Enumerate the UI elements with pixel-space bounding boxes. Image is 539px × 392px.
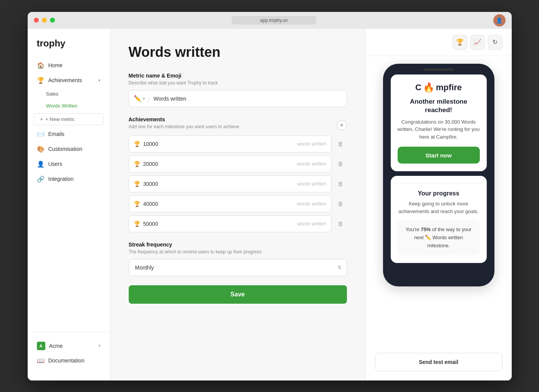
acme-left: A Acme <box>37 342 63 350</box>
delete-achievement-4[interactable]: 🗑 <box>335 198 347 210</box>
maximize-btn[interactable] <box>50 18 55 23</box>
sidebar-item-integration-label: Integration <box>48 176 74 182</box>
acme-item[interactable]: A Acme ▾ <box>28 339 110 353</box>
phone-mockup: C🔥mpfire Another milestone reached! Cong… <box>383 64 494 286</box>
sidebar-sub-words-written[interactable]: Words Written <box>28 100 110 112</box>
sidebar-item-integration[interactable]: 🔗 Integration <box>28 172 110 187</box>
docs-icon: 📖 <box>37 357 45 364</box>
logo: trophy <box>28 38 110 58</box>
delete-achievement-1[interactable]: 🗑 <box>335 138 347 150</box>
users-icon: 👤 <box>37 160 45 168</box>
sidebar-sub-sales[interactable]: Sales <box>28 88 110 100</box>
chart-view-icon: 📈 <box>474 38 481 46</box>
sidebar-item-emails[interactable]: ✉️ Emails <box>28 127 110 142</box>
phone-app-logo: C🔥mpfire <box>398 82 480 93</box>
metric-section: Metric name & Emoji Describe what stat y… <box>129 73 347 107</box>
metric-name-input[interactable] <box>149 96 342 102</box>
phone-start-button[interactable]: Start now <box>398 147 480 164</box>
sidebar-item-documentation[interactable]: 📖 Documentation <box>28 353 110 368</box>
metric-input-row: ✏️ ▾ <box>129 90 347 107</box>
frequency-select-wrap: Daily Weekly Monthly Yearly ⇅ <box>129 259 347 276</box>
achievement-unit-1: words written <box>297 141 327 147</box>
customisation-icon: 🎨 <box>37 146 45 153</box>
sidebar: trophy 🏠 Home 🏆 Achievements ▾ Sales Wor… <box>28 29 110 380</box>
sidebar-item-users-label: Users <box>48 161 63 167</box>
sidebar-item-customisation-label: Customisation <box>48 146 83 152</box>
sidebar-item-docs-label: Documentation <box>48 357 85 364</box>
achievement-row-2: 🏆 words written 🗑 <box>129 155 347 172</box>
achievement-unit-3: words written <box>297 181 327 187</box>
send-test-email-button[interactable]: Send test email <box>375 353 503 371</box>
sidebar-item-achievements[interactable]: 🏆 Achievements ▾ <box>28 73 110 88</box>
app-body: trophy 🏠 Home 🏆 Achievements ▾ Sales Wor… <box>28 29 512 380</box>
sidebar-item-achievements-label: Achievements <box>48 77 82 83</box>
acme-label: Acme <box>49 343 63 349</box>
phone-progress-title: Your progress <box>398 190 480 197</box>
trophy-icon-4: 🏆 <box>134 201 140 207</box>
sidebar-bottom: A Acme ▾ 📖 Documentation <box>28 332 110 374</box>
campfire-label: C <box>415 83 421 93</box>
refresh-button[interactable]: ↻ <box>488 35 503 50</box>
trophy-icon-5: 🏆 <box>134 221 140 227</box>
phone-milestone-card: C🔥mpfire Another milestone reached! Cong… <box>391 74 487 172</box>
achievement-value-3[interactable] <box>143 181 297 187</box>
achievement-value-1[interactable] <box>143 141 297 147</box>
emoji-dropdown-arrow: ▾ <box>143 96 145 101</box>
trophy-icon-3: 🏆 <box>134 181 140 187</box>
achievement-value-2[interactable] <box>143 161 297 167</box>
phone-progress-box: You're 75% of the way to your next ✏️ Wo… <box>398 220 480 255</box>
add-achievement-button[interactable]: + <box>337 120 347 130</box>
streak-label: Streak frequency <box>129 241 347 248</box>
home-icon: 🏠 <box>37 62 45 69</box>
delete-achievement-5[interactable]: 🗑 <box>335 218 347 230</box>
titlebar: app.trophy.so 👤 <box>28 12 512 29</box>
trophy-icon-2: 🏆 <box>134 161 140 167</box>
main-content: Words written Metric name & Emoji Descri… <box>110 29 512 380</box>
sidebar-item-home-label: Home <box>48 62 63 68</box>
achievement-input-2: 🏆 words written <box>129 155 332 172</box>
achievement-row-3: 🏆 words written 🗑 <box>129 175 347 192</box>
phone-milestone-desc: Congratulations on 30,000 Words written,… <box>398 118 480 141</box>
emoji-selector[interactable]: ✏️ ▾ <box>134 95 149 102</box>
achievement-unit-5: words written <box>297 221 327 227</box>
url-input[interactable]: app.trophy.so <box>232 16 316 25</box>
progress-bold: 75% <box>421 227 431 232</box>
achievement-input-5: 🏆 words written <box>129 215 332 232</box>
minimize-btn[interactable] <box>42 18 47 23</box>
metric-emoji: ✏️ <box>134 95 141 102</box>
page-title: Words written <box>129 44 347 60</box>
achievement-row-1: 🏆 words written 🗑 <box>129 136 347 152</box>
sidebar-item-users[interactable]: 👤 Users <box>28 157 110 172</box>
achievements-header: Achievements Add one for each milestone … <box>129 116 347 134</box>
plus-icon: + <box>40 116 43 122</box>
close-btn[interactable] <box>34 18 39 23</box>
metric-section-desc: Describe what stat you want Trophy to tr… <box>129 80 347 86</box>
campfire-logo: C🔥mpfire <box>415 82 462 93</box>
streak-desc: The frequency at which to remind users t… <box>129 249 347 255</box>
new-metric-label: + New metric <box>45 116 75 122</box>
achievement-input-4: 🏆 words written <box>129 195 332 212</box>
achievement-unit-2: words written <box>297 161 327 167</box>
sidebar-item-home[interactable]: 🏠 Home <box>28 58 110 73</box>
phone-progress-card: Your progress Keep going to unlock more … <box>391 176 487 263</box>
streak-section: Streak frequency The frequency at which … <box>129 241 347 276</box>
achievements-label: Achievements <box>129 116 239 122</box>
preview-panel: 🏆 📈 ↻ <box>366 29 512 380</box>
achievement-value-5[interactable] <box>143 221 297 227</box>
achievement-row-4: 🏆 words written 🗑 <box>129 195 347 212</box>
trophy-view-button[interactable]: 🏆 <box>453 35 467 50</box>
refresh-icon: ↻ <box>493 38 498 46</box>
save-button[interactable]: Save <box>129 285 347 304</box>
sidebar-item-customisation[interactable]: 🎨 Customisation <box>28 142 110 157</box>
delete-achievement-2[interactable]: 🗑 <box>335 158 347 170</box>
achievement-value-4[interactable] <box>143 201 297 207</box>
acme-icon: A <box>37 342 45 350</box>
phone-progress-desc: Keep going to unlock more achievements a… <box>398 200 480 215</box>
frequency-select[interactable]: Daily Weekly Monthly Yearly <box>129 259 347 276</box>
metric-section-label: Metric name & Emoji <box>129 73 347 79</box>
new-metric-button[interactable]: + + New metric <box>34 113 104 125</box>
chart-view-button[interactable]: 📈 <box>470 35 485 50</box>
avatar[interactable]: 👤 <box>493 14 506 26</box>
form-panel: Words written Metric name & Emoji Descri… <box>110 29 366 380</box>
delete-achievement-3[interactable]: 🗑 <box>335 178 347 190</box>
